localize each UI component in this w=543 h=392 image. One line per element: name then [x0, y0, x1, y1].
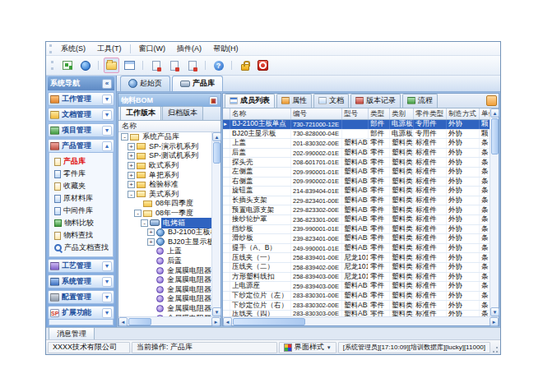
menu-item-tools[interactable]: 工具(T) — [91, 42, 128, 56]
table-hscroll-track[interactable] — [306, 317, 490, 325]
table-row[interactable]: 后盖202-990002-01E塑料ABS零件塑料类标准件外协条 — [223, 149, 490, 159]
sidebar-item-零件库[interactable]: 零件库 — [49, 168, 113, 180]
sidebar-group-product[interactable]: 产品管理▲ — [48, 139, 114, 153]
sidebar-item-收藏夹[interactable]: 收藏夹 — [49, 180, 113, 192]
scroll-right-icon[interactable]: ► — [490, 317, 499, 326]
ui-style-selector[interactable]: 界面样式 ▼ — [279, 342, 336, 353]
tree-hscroll-thumb[interactable] — [128, 318, 151, 325]
scroll-right-icon[interactable]: ► — [211, 317, 220, 326]
expand-icon[interactable]: + — [128, 181, 135, 188]
detail-tabs-options-button[interactable] — [486, 95, 497, 106]
tree-node[interactable]: -08年一季度 — [118, 209, 211, 219]
table-row[interactable]: 探头壳208-601701-01E塑料ABS零件塑料类标准件外协条 — [223, 158, 490, 168]
table-row[interactable]: 上盖201-830302-00E塑料ABS零件塑料类标准件外协条 — [223, 139, 490, 149]
doc-tab-product[interactable]: 产品库 — [172, 76, 223, 91]
tree-vscroll-track[interactable] — [212, 164, 220, 307]
table-vertical-scrollbar[interactable]: ▲ ▼ — [490, 108, 499, 316]
tree-vscroll-thumb[interactable] — [213, 142, 220, 164]
column-header-型号[interactable]: 型号 — [342, 108, 369, 119]
chevron-down-icon[interactable]: ▼ — [102, 277, 112, 287]
tab-工作版本[interactable]: 工作版本 — [120, 106, 161, 120]
chevron-down-icon[interactable]: ▼ — [102, 261, 112, 271]
tree-node[interactable]: 上盖 — [118, 247, 211, 256]
scroll-left-icon[interactable]: ◄ — [118, 317, 128, 326]
table-row[interactable]: ►BJ-2100主板单点730-721000-12E部件电源板专用件外协颗 — [223, 120, 490, 130]
table-row[interactable]: 预置电源支架229-823302-00E塑料ABS零件塑料类标准件外协条 — [223, 205, 490, 215]
sidebar-item-原材料库[interactable]: 原材料库 — [49, 192, 113, 205]
table-row[interactable]: 右侧盖209-990002-01E塑料ABS零件塑料类标准件外协条 — [223, 178, 490, 187]
pin-icon[interactable]: ▣ — [209, 96, 218, 105]
column-header-单位[interactable]: 单位 — [480, 108, 490, 119]
sidebar-item-物料查找[interactable]: 物料查找 — [49, 229, 113, 242]
tab-流程[interactable]: 流程 — [402, 94, 438, 108]
report-button[interactable] — [59, 58, 75, 73]
tab-版本记录[interactable]: 版本记录 — [350, 94, 401, 108]
power-button[interactable] — [255, 58, 271, 73]
table-row[interactable]: BJ20主显示板730-828000-04E部件电源板专用件外协颗 — [223, 130, 490, 140]
table-row[interactable]: 挡纱板239-990001-01E塑料ABS零件塑料类标准件外协条 — [223, 225, 490, 235]
tree-hscroll-track[interactable] — [152, 317, 211, 325]
sidebar-item-物料比较[interactable]: 物料比较 — [49, 217, 113, 229]
table-row[interactable]: 方形塑料线扣258-839403-00E尼龙1010零件塑料类标准件外协条 — [223, 273, 490, 283]
column-header-编号[interactable]: 编号 — [291, 108, 342, 119]
sidebar-group-work[interactable]: 工作管理▼ — [48, 92, 114, 106]
tree-node[interactable]: +BJ-2100主板单点 — [118, 228, 211, 238]
table-row[interactable]: 压线夹（二）258-839402-00E尼龙1010零件塑料类标准件外协条 — [223, 263, 490, 273]
expand-icon[interactable]: + — [128, 152, 135, 159]
help-button[interactable] — [211, 58, 226, 73]
tab-归档版本[interactable]: 归档版本 — [162, 106, 203, 120]
tab-成员列表[interactable]: 成员列表 — [225, 94, 275, 108]
sidebar-group-system[interactable]: 系统管理▼ — [48, 274, 114, 288]
tree-column-header[interactable]: 名称 — [118, 121, 220, 132]
chevron-down-icon[interactable]: ▼ — [102, 293, 112, 302]
table-row[interactable]: 滑纱板239-823401-00E塑料ABS零件塑料类标准件外协条 — [223, 234, 490, 244]
tree-node[interactable]: +欧式系列 — [118, 161, 211, 171]
column-header-类别[interactable]: 类别 — [390, 108, 414, 119]
collapse-icon[interactable]: - — [134, 210, 142, 217]
chevron-down-icon[interactable]: ▼ — [102, 95, 112, 104]
doc-close-button[interactable] — [184, 58, 200, 73]
column-header-类型[interactable]: 类型 — [369, 108, 390, 119]
doc-tab-start[interactable]: 起始页 — [120, 76, 170, 91]
chevron-down-icon[interactable]: ▼ — [102, 308, 112, 318]
doc-remove-button[interactable] — [148, 58, 164, 73]
sidebar-group-config[interactable]: 配置管理▼ — [48, 290, 114, 304]
expand-icon[interactable]: + — [128, 172, 135, 179]
table-button[interactable] — [122, 58, 137, 73]
sidebar-group-project[interactable]: 项目管理▼ — [48, 123, 114, 137]
lock-button[interactable] — [237, 58, 253, 73]
doc-refresh-button[interactable] — [166, 58, 182, 73]
resize-grip[interactable] — [492, 342, 499, 353]
collapse-icon[interactable]: - — [128, 191, 135, 198]
sidebar-collapse-icon[interactable]: « — [102, 79, 112, 89]
tree-node[interactable]: 后盖 — [118, 256, 211, 266]
column-header-名称[interactable]: 名称 — [230, 108, 291, 119]
scroll-up-icon[interactable]: ▲ — [490, 108, 499, 118]
open-folder-button[interactable] — [104, 58, 119, 73]
expand-icon[interactable]: + — [128, 162, 135, 169]
tree-node[interactable]: 金属膜电阻器 — [118, 304, 211, 314]
menu-grip[interactable] — [49, 44, 52, 53]
tree-node[interactable]: 金属膜电阻器 — [118, 275, 211, 285]
tree-node[interactable]: +BJ20主显示板 — [118, 238, 211, 247]
chevron-up-icon[interactable]: ▲ — [102, 141, 112, 151]
table-row[interactable]: 提手（A、B）249-990001-01E塑料ABS零件塑料类标准件外协条 — [223, 244, 490, 254]
table-horizontal-scrollbar[interactable]: ◄ ► — [223, 316, 499, 325]
expand-icon[interactable]: + — [147, 238, 155, 246]
globe-button[interactable] — [77, 58, 93, 73]
toolbar-grip[interactable] — [51, 61, 53, 70]
chevron-down-icon[interactable]: ▼ — [102, 126, 112, 136]
expand-icon[interactable]: + — [147, 228, 155, 236]
tree-node[interactable]: 金属膜电阻器 — [118, 265, 211, 275]
menu-item-plugins[interactable]: 插件(A) — [171, 42, 207, 56]
tree-node[interactable]: 金属膜电阻器 — [118, 294, 211, 304]
tree-node[interactable]: +SP-测试机系列 — [118, 151, 211, 161]
column-header-制造方式[interactable]: 制造方式 — [447, 108, 480, 119]
sidebar-group-docs[interactable]: 文档管理▼ — [48, 108, 114, 122]
tree-node[interactable]: -电烤箱 — [118, 218, 211, 228]
sidebar-group-sp[interactable]: SP扩展功能▼ — [48, 306, 114, 320]
sidebar-item-产品库[interactable]: 产品库 — [49, 155, 113, 168]
table-row[interactable]: 压线夹（四）283-830303-00E塑料ABS零件塑料类标准件外协条 — [223, 311, 490, 316]
tab-文档[interactable]: 文档 — [313, 94, 349, 108]
expand-icon[interactable]: + — [128, 143, 135, 150]
